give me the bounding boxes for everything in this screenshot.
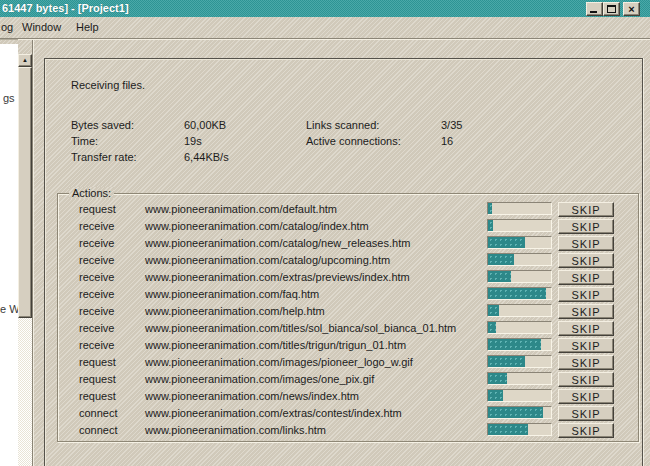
action-type: receive	[79, 254, 114, 266]
action-row: receive www.pioneeranimation.com/catalog…	[57, 252, 639, 269]
action-url: www.pioneeranimation.com/titles/sol_bian…	[145, 322, 456, 334]
skip-button[interactable]: SKIP	[558, 304, 614, 319]
action-row: receive www.pioneeranimation.com/help.ht…	[57, 303, 639, 320]
progress-fill	[488, 373, 507, 384]
action-type: receive	[79, 322, 114, 334]
skip-button[interactable]: SKIP	[558, 270, 614, 285]
action-type: receive	[79, 305, 114, 317]
menu-item-log[interactable]: og	[1, 21, 13, 33]
action-url: www.pioneeranimation.com/images/pioneer_…	[145, 356, 413, 368]
action-type: request	[79, 203, 116, 215]
app-window: 61447 bytes] - [Project1] × og Window He…	[0, 0, 650, 466]
action-url: www.pioneeranimation.com/faq.htm	[145, 288, 319, 300]
window-title: 61447 bytes] - [Project1]	[2, 1, 129, 16]
progress-bar	[487, 389, 552, 402]
progress-bar	[487, 304, 552, 317]
action-url: www.pioneeranimation.com/links.htm	[145, 424, 326, 436]
skip-button[interactable]: SKIP	[558, 389, 614, 404]
progress-fill	[488, 407, 543, 418]
bytes-saved-value: 60,00KB	[184, 119, 226, 131]
receiving-files-dialog: Receiving files. Bytes saved: 60,00KB Ti…	[44, 58, 643, 466]
action-type: request	[79, 390, 116, 402]
transfer-rate-label: Transfer rate:	[71, 151, 137, 163]
dialog-status-heading: Receiving files.	[71, 79, 145, 91]
progress-bar	[487, 287, 552, 300]
progress-fill	[488, 305, 499, 316]
skip-button[interactable]: SKIP	[558, 236, 614, 251]
minimize-button[interactable]	[586, 2, 603, 16]
progress-bar	[487, 355, 552, 368]
action-type: receive	[79, 271, 114, 283]
action-row: receive www.pioneeranimation.com/titles/…	[57, 337, 639, 354]
skip-button[interactable]: SKIP	[558, 219, 614, 234]
action-row: receive www.pioneeranimation.com/catalog…	[57, 218, 639, 235]
skip-button[interactable]: SKIP	[558, 423, 614, 438]
skip-button[interactable]: SKIP	[558, 287, 614, 302]
action-row: request www.pioneeranimation.com/news/in…	[57, 388, 639, 405]
menu-item-help[interactable]: Help	[76, 21, 99, 33]
links-scanned-label: Links scanned:	[306, 119, 379, 131]
bytes-saved-label: Bytes saved:	[71, 119, 134, 131]
close-button[interactable]: ×	[623, 2, 640, 16]
skip-button[interactable]: SKIP	[558, 406, 614, 421]
skip-button[interactable]: SKIP	[558, 321, 614, 336]
action-type: receive	[79, 237, 114, 249]
skip-button[interactable]: SKIP	[558, 202, 614, 217]
action-url: www.pioneeranimation.com/help.htm	[145, 305, 325, 317]
links-scanned-value: 3/35	[441, 119, 462, 131]
progress-bar	[487, 236, 552, 249]
progress-fill	[488, 322, 496, 333]
progress-bar	[487, 253, 552, 266]
action-type: request	[79, 373, 116, 385]
close-icon: ×	[624, 3, 639, 15]
title-bar: 61447 bytes] - [Project1] ×	[0, 0, 650, 17]
actions-group-label: Actions:	[69, 187, 114, 199]
progress-bar	[487, 423, 552, 436]
minimize-icon	[590, 11, 597, 13]
action-url: www.pioneeranimation.com/extras/contest/…	[145, 407, 402, 419]
action-type: receive	[79, 339, 114, 351]
left-pane-text-fragment: gs	[3, 92, 15, 104]
action-url: www.pioneeranimation.com/catalog/index.h…	[145, 220, 369, 232]
active-connections-label: Active connections:	[306, 135, 401, 147]
progress-bar	[487, 219, 552, 232]
scrollbar-track[interactable]	[18, 318, 32, 466]
progress-fill	[488, 271, 511, 282]
skip-button[interactable]: SKIP	[558, 338, 614, 353]
action-url: www.pioneeranimation.com/extras/previews…	[145, 271, 410, 283]
left-pane[interactable]: gs e We	[0, 44, 18, 466]
progress-bar	[487, 321, 552, 334]
progress-bar	[487, 270, 552, 283]
action-url: www.pioneeranimation.com/catalog/new_rel…	[145, 237, 410, 249]
progress-fill	[488, 390, 503, 401]
window-controls: ×	[586, 2, 640, 16]
progress-fill	[488, 356, 525, 367]
time-value: 19s	[184, 135, 202, 147]
action-row: request www.pioneeranimation.com/images/…	[57, 354, 639, 371]
maximize-icon	[607, 5, 616, 13]
progress-fill	[488, 237, 525, 248]
menu-item-window[interactable]: Window	[22, 21, 61, 33]
skip-button[interactable]: SKIP	[558, 253, 614, 268]
maximize-button[interactable]	[603, 2, 620, 16]
action-type: request	[79, 356, 116, 368]
progress-fill	[488, 220, 493, 231]
progress-bar	[487, 372, 552, 385]
vertical-scrollbar: ▲	[18, 44, 32, 466]
skip-button[interactable]: SKIP	[558, 355, 614, 370]
action-type: connect	[79, 424, 118, 436]
action-rows: request www.pioneeranimation.com/default…	[57, 201, 639, 439]
menu-bar: og Window Help	[0, 17, 650, 38]
action-type: receive	[79, 288, 114, 300]
progress-fill	[488, 339, 541, 350]
scrollbar-thumb[interactable]	[18, 67, 32, 318]
progress-bar	[487, 406, 552, 419]
action-type: connect	[79, 407, 118, 419]
action-row: connect www.pioneeranimation.com/extras/…	[57, 405, 639, 422]
progress-bar	[487, 338, 552, 351]
skip-button[interactable]: SKIP	[558, 372, 614, 387]
action-row: request www.pioneeranimation.com/default…	[57, 201, 639, 218]
dialog-border-highlight	[643, 58, 644, 466]
menu-separator-highlight	[0, 39, 650, 40]
scroll-up-button[interactable]: ▲	[18, 54, 32, 67]
